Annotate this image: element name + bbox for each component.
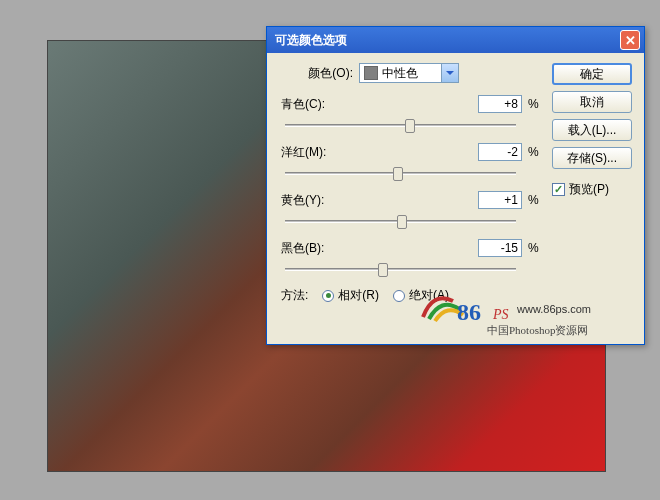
magenta-input[interactable] [478,143,522,161]
black-unit: % [528,241,542,255]
radio-relative[interactable]: 相对(R) [322,287,379,304]
cyan-input[interactable] [478,95,522,113]
save-button[interactable]: 存储(S)... [552,147,632,169]
buttons-panel: 确定 取消 载入(L)... 存储(S)... 预览(P) [552,63,632,304]
magenta-slider-group: 洋红(M): % [279,143,542,183]
magenta-unit: % [528,145,542,159]
radio-dot-icon [393,290,405,302]
yellow-slider-group: 黄色(Y): % [279,191,542,231]
radio-absolute-label: 绝对(A) [409,287,449,304]
close-icon: ✕ [625,33,636,48]
cancel-button[interactable]: 取消 [552,91,632,113]
chevron-down-icon [441,64,458,82]
yellow-slider[interactable] [285,211,516,231]
preview-label: 预览(P) [569,181,609,198]
preview-checkbox[interactable]: 预览(P) [552,181,632,198]
cyan-slider-group: 青色(C): % [279,95,542,135]
method-row: 方法: 相对(R) 绝对(A) [279,287,542,304]
checkbox-icon [552,183,565,196]
black-label: 黑色(B): [279,240,335,257]
color-selected-text: 中性色 [382,65,418,82]
dialog-title: 可选颜色选项 [275,32,347,49]
magenta-slider[interactable] [285,163,516,183]
radio-relative-label: 相对(R) [338,287,379,304]
cyan-unit: % [528,97,542,111]
slider-thumb[interactable] [405,119,415,133]
yellow-unit: % [528,193,542,207]
dialog-titlebar: 可选颜色选项 ✕ [267,27,644,53]
cyan-slider[interactable] [285,115,516,135]
color-swatch-icon [364,66,378,80]
selective-color-dialog: 可选颜色选项 ✕ 颜色(O): 中性色 青色(C): % [266,26,645,345]
ok-button[interactable]: 确定 [552,63,632,85]
color-dropdown[interactable]: 中性色 [359,63,459,83]
slider-thumb[interactable] [378,263,388,277]
load-button[interactable]: 载入(L)... [552,119,632,141]
cyan-label: 青色(C): [279,96,335,113]
close-button[interactable]: ✕ [620,30,640,50]
color-label: 颜色(O): [297,65,353,82]
black-slider-group: 黑色(B): % [279,239,542,279]
yellow-input[interactable] [478,191,522,209]
black-slider[interactable] [285,259,516,279]
method-label: 方法: [281,287,308,304]
controls-panel: 颜色(O): 中性色 青色(C): % 洋红(M): [279,63,542,304]
slider-thumb[interactable] [397,215,407,229]
magenta-label: 洋红(M): [279,144,335,161]
yellow-label: 黄色(Y): [279,192,335,209]
radio-absolute[interactable]: 绝对(A) [393,287,449,304]
slider-thumb[interactable] [393,167,403,181]
radio-dot-icon [322,290,334,302]
black-input[interactable] [478,239,522,257]
